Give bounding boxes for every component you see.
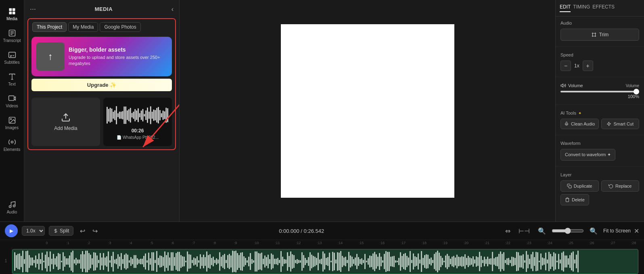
audio-file-icon: 📄 (117, 135, 121, 140)
delete-icon (565, 197, 570, 202)
delete-button[interactable]: Delete (560, 194, 589, 205)
ai-tools-label: AI Tools (560, 111, 576, 115)
add-media-button[interactable]: Add Media (31, 98, 100, 146)
speed-section: Speed − 1x + (556, 48, 644, 75)
speed-select[interactable]: 1.0x (22, 226, 45, 236)
split-button[interactable]: Split (49, 226, 73, 236)
tab-this-project[interactable]: This Project (32, 22, 67, 32)
audio-item[interactable]: 00:26 📄 WhatsApp Ptt 202... (103, 98, 172, 146)
smart-cut-icon (606, 121, 611, 126)
upgrade-title: Bigger, bolder assets (69, 46, 167, 53)
sidebar-item-audio[interactable]: Audio (2, 197, 23, 218)
zoom-out-icon[interactable]: 🔍 (535, 226, 548, 236)
replace-button[interactable]: Replace (601, 180, 640, 192)
speed-plus-button[interactable]: + (583, 61, 593, 71)
sidebar-item-media[interactable]: Media (2, 4, 23, 24)
svg-rect-14 (8, 96, 14, 100)
canvas-preview (281, 24, 454, 198)
undo-redo: ↩ ↪ (77, 226, 100, 236)
media-panel-header: ··· MEDIA ‹ (24, 0, 179, 17)
tab-my-media[interactable]: My Media (68, 22, 98, 32)
svg-rect-3 (12, 12, 15, 15)
speed-minus-button[interactable]: − (560, 61, 571, 71)
media-panel-title: MEDIA (36, 6, 171, 12)
volume-slider-fill (560, 91, 639, 92)
upgrade-button[interactable]: Upgrade ✨ (31, 79, 172, 91)
close-timeline-button[interactable]: ✕ (634, 227, 639, 235)
main-area: Media Transcript Subtitles (0, 0, 644, 222)
volume-percent: 100% (560, 94, 639, 99)
ruler-marks: 0:1:2:3:4:5:6:7:8:9:10:11:12:13:14:15:16… (36, 241, 644, 247)
svg-marker-15 (14, 97, 15, 100)
track-label: 1 (0, 247, 12, 274)
speed-value: 1x (574, 63, 579, 69)
zoom-in-icon[interactable]: 🔍 (587, 226, 600, 236)
media-panel: ··· MEDIA ‹ This Project My Media Google… (24, 0, 180, 222)
images-icon (8, 116, 16, 124)
play-button[interactable]: ▶ (5, 224, 18, 237)
svg-point-18 (11, 141, 13, 143)
divider-3 (556, 105, 644, 105)
tab-edit[interactable]: EDIT (560, 4, 571, 12)
fit-screen-button[interactable]: Fit to Screen (603, 228, 631, 234)
media-panel-close[interactable]: ‹ (171, 6, 174, 13)
zoom-slider[interactable] (552, 228, 584, 234)
redo-button[interactable]: ↪ (90, 226, 100, 236)
right-panel: EDIT TIMING EFFECTS Audio Trim Speed − 1… (555, 0, 644, 222)
upgrade-banner: ↑ Bigger, bolder assets Upgrade to uploa… (31, 37, 172, 76)
sidebar-item-transcript[interactable]: Transcript (2, 26, 23, 46)
timecode-display: 0:00.000 / 0:26.542 (104, 228, 499, 234)
volume-slider-thumb[interactable] (634, 89, 639, 94)
media-panel-more[interactable]: ··· (30, 5, 36, 13)
trim-button[interactable]: Trim (560, 29, 639, 41)
svg-rect-2 (9, 12, 12, 15)
layer-buttons: Duplicate Replace (560, 180, 639, 192)
sidebar-item-images[interactable]: Images (2, 113, 23, 133)
arrows-icon[interactable]: ⇔ (503, 226, 513, 236)
add-media-label: Add Media (54, 125, 77, 131)
bottom-bar: ▶ 1.0x Split ↩ ↪ 0:00.000 / 0:26.542 ⇔ ⊢… (0, 222, 644, 274)
divider-2 (556, 77, 644, 77)
duplicate-button[interactable]: Duplicate (560, 180, 599, 192)
fit-tracks-icon[interactable]: ⊢⊣ (516, 226, 532, 236)
waveform-label: Waveform (560, 141, 639, 146)
clean-audio-button[interactable]: Clean Audio (560, 119, 599, 129)
tab-timing[interactable]: TIMING (573, 4, 590, 12)
sidebar-item-subtitles[interactable]: Subtitles (2, 48, 23, 68)
layer-section: Layer Duplicate Replace (556, 168, 644, 209)
ai-buttons: Clean Audio Smart Cut (560, 119, 639, 129)
videos-icon (8, 94, 16, 102)
volume-row: Volume Volume (560, 83, 639, 88)
subtitles-icon (8, 51, 16, 59)
elements-icon (8, 138, 16, 146)
volume-label: Volume (560, 83, 583, 88)
svg-point-20 (13, 205, 15, 207)
sidebar-item-videos[interactable]: Videos (2, 91, 23, 111)
divider-4 (556, 135, 644, 135)
ai-tools-section: AI Tools ✦ Clean Audio Smart Cut (556, 107, 644, 133)
convert-waveform-button[interactable]: Convert to waveform ✦ (560, 149, 615, 161)
volume-reset-button[interactable]: Volume (626, 84, 639, 88)
smart-cut-button[interactable]: Smart Cut (601, 119, 640, 129)
volume-slider[interactable] (560, 91, 639, 92)
sidebar-item-text[interactable]: Text (2, 69, 23, 90)
upgrade-thumbnail: ↑ (36, 42, 65, 71)
undo-button[interactable]: ↩ (77, 226, 88, 236)
clean-audio-icon (564, 121, 569, 126)
upgrade-description: Upgrade to upload and store assets over … (69, 54, 167, 67)
audio-section: Audio Trim (556, 17, 644, 45)
tab-google-photos[interactable]: Google Photos (100, 22, 140, 32)
upload-icon: ↑ (48, 51, 53, 62)
speed-section-label: Speed (560, 52, 639, 57)
audio-filename: 📄 WhatsApp Ptt 202... (117, 135, 159, 140)
text-icon (8, 73, 16, 81)
main-waveform-bars (13, 249, 638, 274)
sidebar-label-text: Text (8, 82, 15, 86)
layer-label: Layer (560, 172, 639, 177)
tabs-row: This Project My Media Google Photos (28, 19, 175, 34)
replace-icon (608, 184, 613, 188)
audio-track[interactable] (12, 249, 638, 274)
tab-effects[interactable]: EFFECTS (592, 4, 615, 12)
sidebar-item-elements[interactable]: Elements (2, 135, 23, 155)
sidebar-label-elements: Elements (4, 147, 21, 152)
